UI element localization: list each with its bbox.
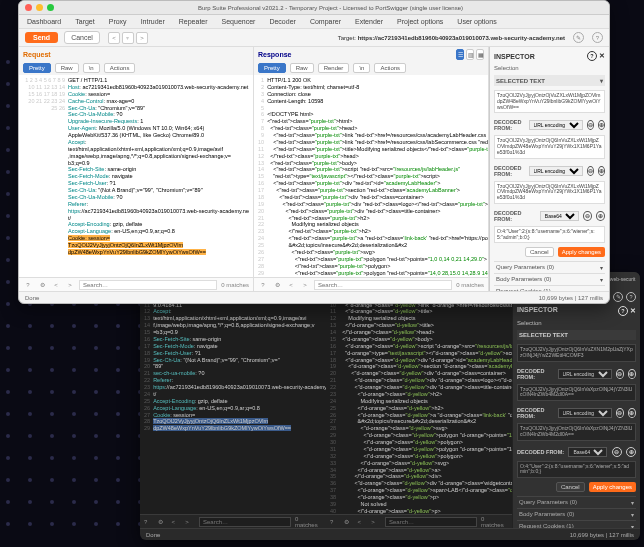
add-icon[interactable]: ⊕ bbox=[596, 211, 605, 221]
inspector-section[interactable]: Query Parameters (0)▾ bbox=[517, 496, 636, 508]
cancel-button[interactable]: Cancel bbox=[64, 31, 100, 44]
tab-pretty-res[interactable]: Pretty bbox=[258, 63, 286, 73]
tab-n-res[interactable]: \n bbox=[353, 63, 370, 73]
search-settings-icon[interactable]: ⚙ bbox=[158, 518, 168, 525]
search-help-icon[interactable]: ? bbox=[258, 280, 268, 290]
add-icon[interactable]: ⊕ bbox=[598, 120, 605, 130]
search-next-icon[interactable]: > bbox=[185, 519, 195, 525]
edit-icon[interactable]: ✎ bbox=[613, 292, 623, 302]
request-editor[interactable]: 1 2 3 4 5 6 7 8 9 10 11 12 13 14 15 16 1… bbox=[19, 75, 253, 277]
search-prev-icon[interactable]: < bbox=[51, 280, 61, 290]
add-icon[interactable]: ⊕ bbox=[598, 166, 605, 176]
apply-changes-button[interactable]: Apply changes bbox=[589, 482, 636, 492]
menu-comparer[interactable]: Comparer bbox=[310, 18, 341, 25]
help-icon[interactable]: ? bbox=[592, 32, 603, 43]
help-icon[interactable]: ? bbox=[626, 292, 636, 302]
help-icon[interactable]: ? bbox=[587, 51, 597, 61]
inspector-section[interactable]: Body Parameters (0)▾ bbox=[494, 273, 605, 285]
remove-icon[interactable]: ⊖ bbox=[616, 369, 624, 379]
remove-icon[interactable]: ⊖ bbox=[587, 166, 594, 176]
layout-combined-icon[interactable]: ▦ bbox=[476, 49, 484, 60]
tab-pretty[interactable]: Pretty bbox=[23, 63, 51, 73]
history-dropdown-icon[interactable]: ▾ bbox=[122, 32, 134, 44]
close-icon[interactable] bbox=[25, 4, 32, 11]
minimize-icon[interactable] bbox=[36, 4, 43, 11]
search-prev-icon[interactable]: < bbox=[358, 519, 368, 525]
inspector-section[interactable]: Request Cookies (1)▾ bbox=[517, 520, 636, 528]
add-icon[interactable]: ⊕ bbox=[628, 369, 636, 379]
decoded-value-3[interactable]: O:4:"User":2:{s:8:"username";s:6:"wiener… bbox=[494, 226, 605, 244]
tab-render-res[interactable]: Render bbox=[318, 63, 350, 73]
menu-intruder[interactable]: Intruder bbox=[141, 18, 165, 25]
inspector-section[interactable]: Query Parameters (0)▾ bbox=[494, 261, 605, 273]
search-next-icon[interactable]: > bbox=[65, 280, 75, 290]
decoded-value-1[interactable]: TzoQOlJ2VyJjyyjOntzOjQ6InVuZXLxWt1MjpZOV… bbox=[494, 135, 605, 158]
remove-icon[interactable]: ⊖ bbox=[612, 447, 622, 457]
decoded-value-2[interactable]: TzoQOlJ2VyJjyyjOntzOjQ6InVuZXLxWt1MjpZOV… bbox=[494, 181, 605, 204]
send-button[interactable]: Send bbox=[25, 32, 58, 43]
cancel-button[interactable]: Cancel bbox=[556, 482, 585, 492]
search-prev-icon[interactable]: < bbox=[172, 519, 182, 525]
add-icon[interactable]: ⊕ bbox=[626, 447, 636, 457]
decoded-value-3[interactable]: O:4:"User":2:{s:8:"username";s:6:"wiener… bbox=[517, 461, 636, 479]
menu-project-options[interactable]: Project options bbox=[397, 18, 443, 25]
inspector-section[interactable]: Body Parameters (0)▾ bbox=[517, 508, 636, 520]
response-search-input-dark[interactable] bbox=[385, 517, 477, 527]
encoding-select[interactable]: URL encoding bbox=[558, 408, 612, 418]
menu-dashboard[interactable]: Dashboard bbox=[27, 18, 61, 25]
tab-actions-res[interactable]: Actions bbox=[374, 63, 406, 73]
menu-decoder[interactable]: Decoder bbox=[269, 18, 295, 25]
close-icon[interactable]: ✕ bbox=[599, 52, 605, 59]
edit-target-icon[interactable]: ✎ bbox=[573, 32, 584, 43]
search-next-icon[interactable]: > bbox=[300, 280, 310, 290]
search-prev-icon[interactable]: < bbox=[286, 280, 296, 290]
request-search-input[interactable] bbox=[79, 280, 217, 290]
menu-extender[interactable]: Extender bbox=[355, 18, 383, 25]
cancel-button[interactable]: Cancel bbox=[525, 247, 554, 257]
search-settings-icon[interactable]: ⚙ bbox=[37, 280, 47, 290]
history-back-icon[interactable]: < bbox=[108, 32, 120, 44]
search-settings-icon[interactable]: ⚙ bbox=[344, 518, 354, 525]
close-icon[interactable]: ✕ bbox=[630, 307, 636, 314]
menu-target[interactable]: Target bbox=[75, 18, 94, 25]
search-settings-icon[interactable]: ⚙ bbox=[272, 280, 282, 290]
encoding-select-3[interactable]: Base64 bbox=[540, 211, 579, 221]
tab-raw-res[interactable]: Raw bbox=[290, 63, 314, 73]
encoding-select-2[interactable]: URL encoding bbox=[529, 166, 583, 176]
search-help-icon[interactable]: ? bbox=[330, 519, 340, 525]
tab-actions[interactable]: Actions bbox=[104, 63, 136, 73]
menu-sequencer[interactable]: Sequencer bbox=[222, 18, 256, 25]
request-search-input-dark[interactable] bbox=[199, 517, 291, 527]
response-title: Response bbox=[258, 51, 291, 58]
maximize-icon[interactable] bbox=[47, 4, 54, 11]
search-next-icon[interactable]: > bbox=[371, 519, 381, 525]
decoded-value-1[interactable]: TzoQOlJ2VyJjyyjOntzOjQ6InVaXpzOlNjJ4jYZN… bbox=[517, 384, 636, 402]
remove-icon[interactable]: ⊖ bbox=[587, 120, 594, 130]
selected-text-value[interactable]: TzoQOlJ2VyJjyyjOntzOjQ6InVuZXN1M2pUaZjYX… bbox=[517, 344, 636, 362]
encoding-select[interactable]: Base64 bbox=[568, 447, 607, 457]
tab-raw[interactable]: Raw bbox=[55, 63, 79, 73]
remove-icon[interactable]: ⊖ bbox=[616, 408, 624, 418]
inspector-selection-label: Selection bbox=[494, 65, 605, 71]
help-icon[interactable]: ? bbox=[618, 306, 628, 316]
request-editor-dark[interactable]: 7 8 9 10 11 12 13 14 15 16 17 18 19 20 2… bbox=[140, 272, 326, 514]
layout-vertical-icon[interactable]: ▥ bbox=[466, 49, 474, 60]
response-viewer-dark[interactable]: 6 7 8 9 10 11 12 13 14 15 16 17 18 19 20… bbox=[326, 272, 512, 514]
selected-text-value[interactable]: TzoQOlJ2VyJjyyjOntzOjVuZXLxWt1MjpZOVlmdp… bbox=[494, 90, 605, 113]
layout-horizontal-icon[interactable]: ☰ bbox=[456, 49, 464, 60]
response-viewer[interactable]: 1 2 3 4 5 6 7 8 9 10 11 12 13 14 15 16 1… bbox=[254, 75, 488, 277]
search-help-icon[interactable]: ? bbox=[144, 519, 154, 525]
menu-user-options[interactable]: User options bbox=[457, 18, 496, 25]
add-icon[interactable]: ⊕ bbox=[628, 408, 636, 418]
decoded-value-2[interactable]: TzoQOlJ2VyJjyyjOntzOjQ6InVaXpzOlNjJ4jYZN… bbox=[517, 423, 636, 441]
response-search-input[interactable] bbox=[314, 280, 452, 290]
menu-proxy[interactable]: Proxy bbox=[109, 18, 127, 25]
menu-repeater[interactable]: Repeater bbox=[179, 18, 208, 25]
encoding-select-1[interactable]: URL encoding bbox=[529, 120, 583, 130]
search-help-icon[interactable]: ? bbox=[23, 280, 33, 290]
history-forward-icon[interactable]: > bbox=[136, 32, 148, 44]
remove-icon[interactable]: ⊖ bbox=[583, 211, 592, 221]
apply-changes-button[interactable]: Apply changes bbox=[558, 247, 605, 257]
tab-n[interactable]: \n bbox=[83, 63, 100, 73]
encoding-select[interactable]: URL encoding bbox=[558, 369, 612, 379]
